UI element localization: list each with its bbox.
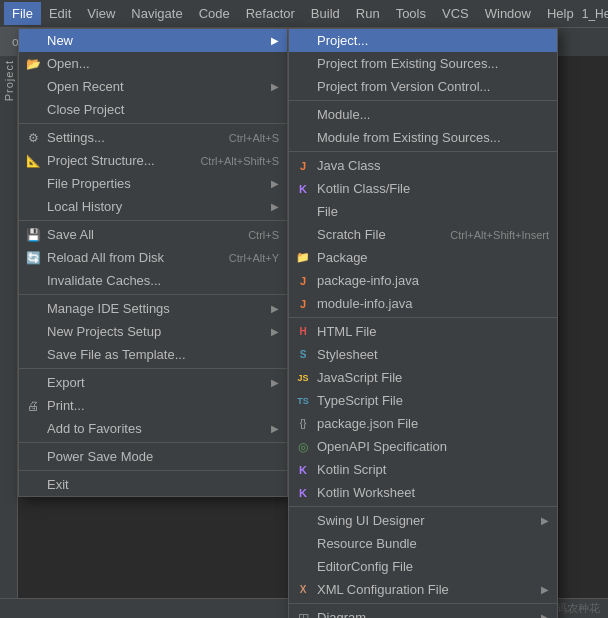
submenu-item-package[interactable]: 📁 Package: [289, 246, 557, 269]
submenu-item-openapi[interactable]: ◎ OpenAPI Specification: [289, 435, 557, 458]
menu-item-manage-ide[interactable]: Manage IDE Settings ▶: [19, 297, 287, 320]
submenu-item-package-json[interactable]: {} package.json File: [289, 412, 557, 435]
submenu-item-project[interactable]: Project...: [289, 29, 557, 52]
sub-sep-5: [289, 603, 557, 604]
kotlin-script-icon: K: [295, 464, 311, 476]
submenu-item-ts[interactable]: TS TypeScript File: [289, 389, 557, 412]
menu-item-close-project[interactable]: Close Project: [19, 98, 287, 121]
separator-3: [19, 294, 287, 295]
menubar-vcs[interactable]: VCS: [434, 2, 477, 25]
menubar-right-text: 1_Hello: [582, 7, 608, 21]
save-all-icon: 💾: [25, 228, 41, 242]
menubar: File Edit View Navigate Code Refactor Bu…: [0, 0, 608, 28]
new-submenu: Project... Project from Existing Sources…: [288, 28, 558, 618]
menu-item-project-structure[interactable]: 📐 Project Structure... Ctrl+Alt+Shift+S: [19, 149, 287, 172]
xml-config-icon: X: [295, 584, 311, 595]
package-info-icon: J: [295, 275, 311, 287]
menubar-run[interactable]: Run: [348, 2, 388, 25]
menubar-build[interactable]: Build: [303, 2, 348, 25]
kotlin-class-icon: K: [295, 183, 311, 195]
menubar-tools[interactable]: Tools: [388, 2, 434, 25]
kotlin-worksheet-icon: K: [295, 487, 311, 499]
submenu-item-xml-config[interactable]: X XML Configuration File ▶: [289, 578, 557, 601]
submenu-item-kotlin-worksheet[interactable]: K Kotlin Worksheet: [289, 481, 557, 504]
submenu-item-stylesheet[interactable]: S Stylesheet: [289, 343, 557, 366]
menu-item-open-recent[interactable]: Open Recent ▶: [19, 75, 287, 98]
submenu-item-js[interactable]: JS JavaScript File: [289, 366, 557, 389]
submenu-item-kotlin-script[interactable]: K Kotlin Script: [289, 458, 557, 481]
submenu-item-editorconfig[interactable]: EditorConfig File: [289, 555, 557, 578]
submenu-item-module-existing[interactable]: Module from Existing Sources...: [289, 126, 557, 149]
project-panel-label: Project: [3, 60, 15, 101]
menu-item-save-template[interactable]: Save File as Template...: [19, 343, 287, 366]
separator-4: [19, 368, 287, 369]
submenu-item-module-info[interactable]: J module-info.java: [289, 292, 557, 315]
menu-item-file-properties[interactable]: File Properties ▶: [19, 172, 287, 195]
submenu-item-resource-bundle[interactable]: Resource Bundle: [289, 532, 557, 555]
submenu-item-project-existing[interactable]: Project from Existing Sources...: [289, 52, 557, 75]
package-icon: 📁: [295, 251, 311, 264]
sub-sep-2: [289, 151, 557, 152]
menu-item-favorites[interactable]: Add to Favorites ▶: [19, 417, 287, 440]
menu-item-export[interactable]: Export ▶: [19, 371, 287, 394]
html-icon: H: [295, 326, 311, 337]
submenu-item-project-vcs[interactable]: Project from Version Control...: [289, 75, 557, 98]
menu-item-local-history[interactable]: Local History ▶: [19, 195, 287, 218]
menu-item-power-save[interactable]: Power Save Mode: [19, 445, 287, 468]
menu-item-invalidate-caches[interactable]: Invalidate Caches...: [19, 269, 287, 292]
settings-icon: ⚙: [25, 131, 41, 145]
project-structure-icon: 📐: [25, 154, 41, 168]
sub-sep-1: [289, 100, 557, 101]
menu-item-settings[interactable]: ⚙ Settings... Ctrl+Alt+S: [19, 126, 287, 149]
js-icon: JS: [295, 373, 311, 383]
menubar-code[interactable]: Code: [191, 2, 238, 25]
submenu-item-scratch[interactable]: Scratch File Ctrl+Alt+Shift+Insert: [289, 223, 557, 246]
java-class-icon: J: [295, 160, 311, 172]
file-menu: New ▶ 📂 Open... Open Recent ▶ Close Proj…: [18, 28, 288, 497]
separator-6: [19, 470, 287, 471]
menu-item-new-projects-setup[interactable]: New Projects Setup ▶: [19, 320, 287, 343]
menubar-file[interactable]: File: [4, 2, 41, 25]
submenu-item-kotlin-class[interactable]: K Kotlin Class/File: [289, 177, 557, 200]
menu-item-open[interactable]: 📂 Open...: [19, 52, 287, 75]
menubar-refactor[interactable]: Refactor: [238, 2, 303, 25]
menu-item-reload-all[interactable]: 🔄 Reload All from Disk Ctrl+Alt+Y: [19, 246, 287, 269]
open-icon: 📂: [25, 57, 41, 71]
separator-5: [19, 442, 287, 443]
submenu-item-module[interactable]: Module...: [289, 103, 557, 126]
menubar-edit[interactable]: Edit: [41, 2, 79, 25]
menu-item-save-all[interactable]: 💾 Save All Ctrl+S: [19, 223, 287, 246]
submenu-item-package-info[interactable]: J package-info.java: [289, 269, 557, 292]
submenu-item-swing[interactable]: Swing UI Designer ▶: [289, 509, 557, 532]
sub-sep-4: [289, 506, 557, 507]
separator-1: [19, 123, 287, 124]
separator-2: [19, 220, 287, 221]
submenu-item-java-class[interactable]: J Java Class: [289, 154, 557, 177]
menubar-help[interactable]: Help: [539, 2, 582, 25]
menubar-navigate[interactable]: Navigate: [123, 2, 190, 25]
menubar-window[interactable]: Window: [477, 2, 539, 25]
diagram-icon: ◫: [295, 611, 311, 619]
css-icon: S: [295, 349, 311, 360]
reload-icon: 🔄: [25, 251, 41, 265]
project-panel: Project: [0, 56, 18, 598]
pkg-json-icon: {}: [295, 418, 311, 429]
print-icon: 🖨: [25, 399, 41, 413]
menubar-view[interactable]: View: [79, 2, 123, 25]
menu-item-print[interactable]: 🖨 Print...: [19, 394, 287, 417]
submenu-item-diagram[interactable]: ◫ Diagram ▶: [289, 606, 557, 618]
menu-item-exit[interactable]: Exit: [19, 473, 287, 496]
openapi-icon: ◎: [295, 440, 311, 454]
sub-sep-3: [289, 317, 557, 318]
submenu-item-file[interactable]: File: [289, 200, 557, 223]
submenu-item-html[interactable]: H HTML File: [289, 320, 557, 343]
ts-icon: TS: [295, 396, 311, 406]
module-info-icon: J: [295, 298, 311, 310]
menu-item-new[interactable]: New ▶: [19, 29, 287, 52]
